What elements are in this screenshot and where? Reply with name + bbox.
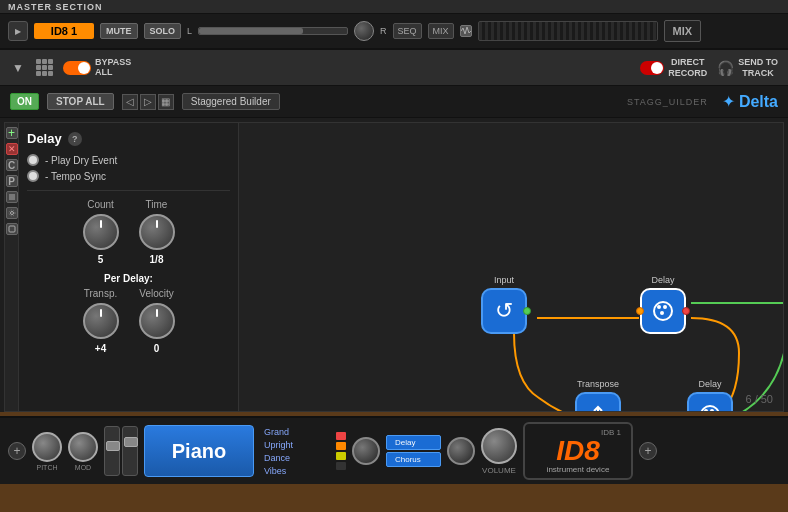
tempo-sync-radio[interactable] — [27, 170, 39, 182]
trans-vel-row: Transp. +4 Velocity 0 — [27, 288, 230, 354]
effect2-knob[interactable] — [447, 437, 475, 465]
nav-left[interactable]: ◁ — [122, 94, 138, 110]
graph-connections — [239, 123, 783, 411]
preset-grand[interactable]: Grand — [260, 426, 330, 438]
id8-sub: instrument device — [547, 465, 610, 474]
help-icon[interactable]: ? — [68, 132, 82, 146]
solo-button[interactable]: SOLO — [144, 23, 182, 39]
plus-icon: + — [8, 126, 15, 140]
volume-knob[interactable] — [481, 428, 517, 464]
svg-point-6 — [654, 302, 672, 320]
add-right-btn[interactable]: + — [639, 442, 657, 460]
fader-2-handle — [124, 437, 138, 447]
preset-dance[interactable]: Dance — [260, 452, 330, 464]
list-icon-btn[interactable] — [6, 191, 18, 203]
delta-icon: ✦ — [722, 92, 735, 111]
node-transpose-box[interactable] — [575, 392, 621, 411]
builder-button[interactable]: Staggered Builder — [182, 93, 280, 110]
preset-upright[interactable]: Upright — [260, 439, 330, 451]
bypass-label: BYPASS ALL — [95, 58, 131, 78]
node-input-box[interactable]: ↺ — [481, 288, 527, 334]
play-dry-label: - Play Dry Event — [45, 155, 117, 166]
node-delay1[interactable]: Delay — [640, 275, 686, 334]
builder-label: Staggered Builder — [191, 96, 271, 107]
per-delay-label: Per Delay: — [27, 273, 230, 284]
nav-grid[interactable]: ▦ — [158, 94, 174, 110]
node-delay2-box[interactable] — [687, 392, 733, 411]
plugin-header: ON STOP ALL ◁ ▷ ▦ Staggered Builder STAG… — [0, 86, 788, 118]
mod-knob[interactable] — [68, 432, 98, 462]
paste-icon-btn[interactable]: P — [6, 175, 18, 187]
fader-1[interactable] — [104, 426, 120, 476]
led-c — [336, 452, 346, 460]
time-label: Time — [146, 199, 168, 210]
node-delay2[interactable]: Delay — [687, 379, 733, 411]
count-knob[interactable] — [83, 214, 119, 250]
effect1-knob[interactable] — [352, 437, 380, 465]
node-graph[interactable]: Input ↺ Delay — [239, 123, 783, 411]
view-icon — [8, 225, 16, 233]
velocity-knob[interactable] — [139, 303, 175, 339]
left-sidebar: + ✕ C P — [5, 123, 19, 411]
play-button[interactable] — [8, 21, 28, 41]
count-label: Count — [87, 199, 114, 210]
mute-button[interactable]: MUTE — [100, 23, 138, 39]
preset-list: Grand Upright Dance Vibes — [260, 426, 330, 477]
l-label: L — [187, 26, 192, 36]
id8-logo: ID8 — [556, 437, 600, 465]
copy-icon-btn[interactable]: C — [6, 159, 18, 171]
chorus-effect-btn[interactable]: Chorus — [386, 452, 441, 467]
node-delay1-box[interactable] — [640, 288, 686, 334]
view-icon-btn[interactable] — [6, 223, 18, 235]
count-item: Count 5 — [83, 199, 119, 265]
pitch-knob[interactable] — [32, 432, 62, 462]
bypass-toggle[interactable]: BYPASS ALL — [63, 58, 131, 78]
time-value: 1/8 — [150, 254, 164, 265]
delta-logo: ✦ Delta — [722, 92, 778, 111]
instrument-name: Piano — [172, 440, 226, 463]
x-icon: ✕ — [8, 144, 16, 154]
collapse-arrow[interactable]: ▼ — [10, 59, 26, 77]
direct-record-knob — [651, 62, 663, 74]
stop-all-button[interactable]: STOP ALL — [47, 93, 114, 110]
track-pan-knob[interactable] — [354, 21, 374, 41]
led-b — [336, 442, 346, 450]
node-input-out-dot — [523, 307, 531, 315]
mod-area: MOD — [68, 432, 98, 471]
node-input-icon: ↺ — [495, 298, 513, 324]
channel-leds — [336, 432, 346, 470]
delay-effect-btn[interactable]: Delay — [386, 435, 441, 450]
p-icon: P — [8, 176, 15, 187]
track-volume-slider[interactable] — [198, 27, 348, 35]
node-transpose[interactable]: Transpose — [575, 379, 621, 411]
svg-point-7 — [657, 305, 661, 309]
velocity-label: Velocity — [139, 288, 173, 299]
node-transpose-icon — [586, 403, 610, 411]
add-left-btn[interactable]: + — [8, 442, 26, 460]
nav-right[interactable]: ▷ — [140, 94, 156, 110]
node-input[interactable]: Input ↺ — [481, 275, 527, 334]
add-icon-btn[interactable]: + — [6, 127, 18, 139]
waveform-btn[interactable] — [460, 25, 472, 37]
fader-2[interactable] — [122, 426, 138, 476]
volume-label: VOLUME — [482, 466, 516, 475]
remove-icon-btn[interactable]: ✕ — [6, 143, 18, 155]
grid-icon[interactable] — [36, 59, 53, 76]
time-knob[interactable] — [139, 214, 175, 250]
fader-1-handle — [106, 441, 120, 451]
transp-knob[interactable] — [83, 303, 119, 339]
play-dry-radio[interactable] — [27, 154, 39, 166]
c-icon: C — [8, 160, 15, 171]
on-button[interactable]: ON — [10, 93, 39, 110]
mix-label-btn[interactable]: MIX — [428, 23, 454, 39]
preset-vibes[interactable]: Vibes — [260, 465, 330, 477]
nav-buttons: ◁ ▷ ▦ — [122, 94, 174, 110]
id8-display: IDB 1 ID8 instrument device — [523, 422, 633, 480]
bypass-switch[interactable] — [63, 61, 91, 75]
direct-record-toggle[interactable] — [640, 61, 664, 75]
tempo-sync-row: - Tempo Sync — [27, 170, 230, 182]
gear-icon-btn[interactable] — [6, 207, 18, 219]
mix-button[interactable]: MIX — [664, 20, 702, 42]
mod-label: MOD — [75, 464, 91, 471]
pattern-display — [478, 21, 658, 41]
